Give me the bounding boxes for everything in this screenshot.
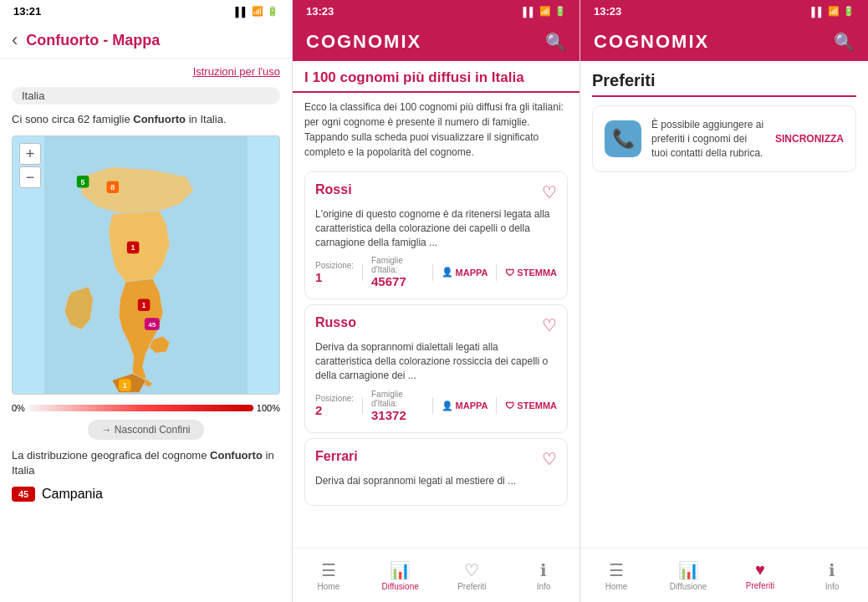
svg-text:45: 45 (148, 321, 156, 329)
mappa-action-1[interactable]: 👤 MAPPA (442, 400, 488, 411)
families-block-1: Famiglie d'Italia: 31372 (371, 390, 424, 422)
phone-3: 13:23 ▌▌ 📶 🔋 COGNOMIX 🔍 Preferiti 📞 È po… (580, 0, 868, 602)
phone-icon: 📞 (612, 128, 635, 150)
favorite-icon-0[interactable]: ♡ (542, 182, 557, 202)
surname-card-2[interactable]: Ferrari ♡ Deriva dai soprannomi legati a… (304, 438, 568, 506)
stemma-action-0[interactable]: 🛡 STEMMA (505, 268, 557, 278)
region-color-badge: 45 (12, 487, 35, 502)
p2-page-desc: Ecco la classifica dei 100 cognomi più d… (293, 93, 580, 166)
favorite-icon-1[interactable]: ♡ (542, 315, 557, 335)
diffusione-icon-2: 📊 (390, 560, 411, 580)
position-block-1: Posizione: 2 (315, 394, 354, 417)
diffusione-label-2: Diffusione (381, 582, 418, 591)
favorite-icon-2[interactable]: ♡ (542, 449, 557, 469)
nav-info-2[interactable]: ℹ Info (508, 555, 580, 596)
info-icon-2: ℹ (540, 560, 547, 580)
hide-borders-button[interactable]: → Nascondi Confini (88, 420, 203, 440)
p3-logo: COGNOMIX (594, 31, 709, 53)
surname-desc-0: L'origine di questo cognome è da ritener… (315, 207, 557, 249)
home-icon-2: ☰ (321, 560, 336, 580)
info-label-3: Info (825, 582, 840, 591)
legend-min: 0% (12, 403, 25, 413)
map-controls: + − (19, 143, 41, 188)
preferiti-icon-3: ♥ (755, 560, 765, 579)
nav-preferiti-3[interactable]: ♥ Preferiti (724, 555, 796, 595)
p3-content: Preferiti 📞 È possibile aggiungere ai pr… (580, 61, 868, 231)
p3-page-title: Preferiti (580, 61, 868, 95)
instructions-link[interactable]: Istruzioni per l'uso (193, 65, 280, 78)
diffusione-icon-3: 📊 (678, 560, 699, 580)
p2-logo: COGNOMIX (306, 31, 421, 53)
surname-name-2: Ferrari (315, 449, 358, 464)
status-bar-2: 13:23 ▌▌ 📶 🔋 (293, 0, 580, 23)
p3-title-divider (592, 95, 856, 97)
sync-card: 📞 È possibile aggiungere ai preferiti i … (592, 105, 856, 172)
nav-home-2[interactable]: ☰ Home (293, 555, 365, 596)
preferiti-icon-2: ♡ (464, 560, 479, 580)
diffusione-label-3: Diffusione (670, 582, 707, 591)
info-icon-3: ℹ (829, 560, 835, 580)
nav-home-3[interactable]: ☰ Home (580, 555, 652, 596)
home-icon-3: ☰ (609, 560, 624, 580)
p1-header: ‹ Confuorto - Mappa (0, 23, 292, 59)
time-3: 13:23 (594, 5, 621, 18)
legend-bar (28, 405, 253, 411)
region-badge: Italia (12, 87, 280, 105)
nav-preferiti-2[interactable]: ♡ Preferiti (437, 555, 508, 596)
surname-stats-1: Posizione: 2 Famiglie d'Italia: 31372 👤 … (315, 390, 557, 422)
map-container[interactable]: + − 8 5 (12, 135, 280, 395)
status-icons-2: ▌▌ 📶 🔋 (523, 6, 566, 17)
sync-text: È possibile aggiungere ai preferiti i co… (651, 118, 765, 160)
back-button[interactable]: ‹ (12, 29, 18, 51)
position-block-0: Posizione: 1 (315, 261, 354, 284)
nav-diffusione-2[interactable]: 📊 Diffusione (365, 555, 437, 596)
search-icon-3[interactable]: 🔍 (834, 32, 855, 52)
svg-text:5: 5 (81, 178, 85, 186)
phone-2: 13:23 ▌▌ 📶 🔋 COGNOMIX 🔍 I 100 cognomi pi… (293, 0, 580, 602)
nav-diffusione-3[interactable]: 📊 Diffusione (652, 555, 724, 596)
p3-app-header: COGNOMIX 🔍 (580, 23, 868, 61)
preferiti-label-3: Preferiti (746, 581, 774, 590)
zoom-in-button[interactable]: + (19, 143, 41, 165)
surname-name-1: Russo (315, 315, 356, 330)
status-icons-1: ▌▌ 📶 🔋 (235, 6, 278, 17)
svg-text:1: 1 (142, 301, 146, 309)
home-label-2: Home (318, 582, 340, 591)
time-1: 13:21 (13, 5, 41, 18)
home-label-3: Home (605, 582, 628, 591)
p2-page-title: I 100 cognomi più diffusi in Italia (293, 61, 580, 93)
p1-description: Ci sono circa 62 famiglie Confuorto in I… (0, 108, 292, 130)
region-item: 45 Campania (0, 483, 292, 505)
stemma-action-1[interactable]: 🛡 STEMMA (505, 400, 557, 411)
region-name: Campania (42, 487, 103, 502)
info-label-2: Info (537, 582, 551, 591)
p2-content: I 100 cognomi più diffusi in Italia Ecco… (293, 61, 580, 581)
svg-text:8: 8 (110, 183, 115, 191)
sync-button[interactable]: SINCRONIZZA (775, 133, 844, 145)
bottom-nav-3: ☰ Home 📊 Diffusione ♥ Preferiti ℹ Info (580, 548, 868, 602)
status-icons-3: ▌▌ 📶 🔋 (811, 6, 855, 17)
surname-desc-2: Deriva dai soprannomi legati al mestiere… (315, 474, 557, 488)
status-bar-3: 13:23 ▌▌ 📶 🔋 (580, 0, 868, 23)
surname-stats-0: Posizione: 1 Famiglie d'Italia: 45677 👤 … (315, 256, 557, 288)
p1-title: Confuorto - Mappa (26, 32, 160, 49)
instructions-link-wrap: Istruzioni per l'uso (0, 59, 292, 84)
mappa-action-0[interactable]: 👤 MAPPA (442, 267, 488, 278)
phone-1: 13:21 ▌▌ 📶 🔋 ‹ Confuorto - Mappa Istruzi… (0, 0, 293, 602)
surname-desc-1: Deriva da soprannomi dialettali legati a… (315, 340, 557, 382)
p2-app-header: COGNOMIX 🔍 (293, 23, 580, 61)
map-legend: 0% 100% (0, 400, 292, 416)
surname-card-0[interactable]: Rossi ♡ L'origine di questo cognome è da… (304, 171, 568, 299)
zoom-out-button[interactable]: − (19, 166, 41, 188)
svg-text:1: 1 (131, 243, 135, 252)
time-2: 13:23 (306, 5, 334, 18)
surname-card-header-2: Ferrari ♡ (315, 449, 557, 469)
nav-info-3[interactable]: ℹ Info (796, 555, 868, 596)
legend-max: 100% (257, 403, 280, 413)
surname-card-header-1: Russo ♡ (315, 315, 557, 335)
bottom-nav-2: ☰ Home 📊 Diffusione ♡ Preferiti ℹ Info (293, 548, 580, 602)
status-bar-1: 13:21 ▌▌ 📶 🔋 (0, 0, 292, 23)
search-icon-2[interactable]: 🔍 (545, 32, 566, 52)
surname-card-1[interactable]: Russo ♡ Deriva da soprannomi dialettali … (304, 304, 568, 432)
geo-description: La distribuzione geografica del cognome … (0, 443, 292, 483)
